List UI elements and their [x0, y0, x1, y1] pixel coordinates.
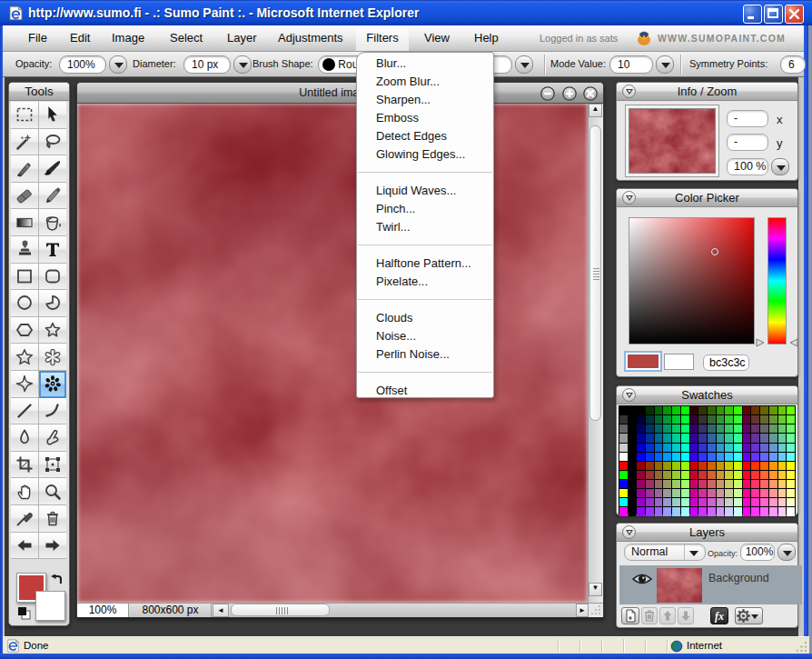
- svg-text:fx: fx: [715, 610, 724, 623]
